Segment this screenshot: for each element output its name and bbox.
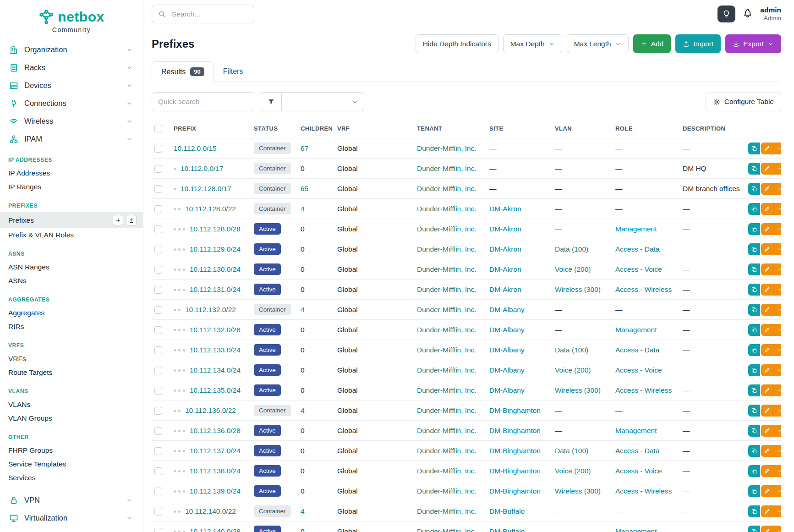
edit-dropdown-button[interactable] — [773, 143, 781, 154]
edit-dropdown-button[interactable] — [773, 384, 781, 396]
row-checkbox[interactable] — [154, 367, 162, 374]
copy-prefix-button[interactable] — [748, 243, 760, 255]
sidebar-group-devices[interactable]: Devices — [0, 77, 143, 94]
user-menu[interactable]: admin Admin — [760, 6, 781, 22]
tenant-link[interactable]: Dunder-Mifflin, Inc. — [417, 346, 476, 354]
configure-table-button[interactable]: Configure Table — [706, 93, 781, 111]
sidebar-item-vlan-groups[interactable]: VLAN Groups — [0, 411, 143, 425]
edit-prefix-button[interactable] — [761, 203, 773, 215]
row-checkbox[interactable] — [154, 165, 162, 173]
edit-prefix-button[interactable] — [761, 304, 773, 316]
site-link[interactable]: DM-Akron — [489, 225, 521, 233]
row-checkbox[interactable] — [154, 225, 162, 233]
prefix-link[interactable]: 10.112.137.0/24 — [190, 447, 241, 455]
copy-prefix-button[interactable] — [748, 324, 760, 336]
prefix-link[interactable]: 10.112.128.0/17 — [181, 185, 231, 192]
prefix-link[interactable]: 10.112.130.0/24 — [190, 265, 241, 273]
sidebar-item-rirs[interactable]: RIRs — [0, 320, 143, 334]
sidebar-group-circuits[interactable]: Circuits — [0, 527, 143, 532]
children-count-link[interactable]: 4 — [301, 205, 305, 213]
edit-dropdown-button[interactable] — [773, 304, 781, 316]
prefix-link[interactable]: 10.112.132.0/22 — [185, 306, 236, 313]
role-link[interactable]: Access - Voice — [615, 265, 662, 273]
row-checkbox[interactable] — [154, 407, 162, 415]
copy-prefix-button[interactable] — [748, 505, 760, 517]
row-checkbox[interactable] — [154, 185, 162, 193]
tenant-link[interactable]: Dunder-Mifflin, Inc. — [417, 487, 476, 495]
tenant-link[interactable]: Dunder-Mifflin, Inc. — [417, 165, 476, 172]
prefix-link[interactable]: 10.112.139.0/24 — [190, 487, 241, 495]
edit-dropdown-button[interactable] — [773, 485, 781, 497]
row-checkbox[interactable] — [154, 346, 162, 354]
prefix-link[interactable]: 10.112.133.0/24 — [190, 346, 241, 354]
row-checkbox[interactable] — [154, 447, 162, 455]
edit-prefix-button[interactable] — [761, 405, 773, 417]
tenant-link[interactable]: Dunder-Mifflin, Inc. — [417, 144, 476, 152]
edit-dropdown-button[interactable] — [773, 526, 781, 532]
edit-dropdown-button[interactable] — [773, 344, 781, 356]
edit-dropdown-button[interactable] — [773, 405, 781, 417]
column-header-vrf[interactable]: VRF — [333, 119, 412, 138]
site-link[interactable]: DM-Albany — [489, 346, 525, 354]
edit-prefix-button[interactable] — [761, 425, 773, 437]
copy-prefix-button[interactable] — [748, 284, 760, 296]
export-dropdown-button[interactable]: Export — [725, 34, 781, 53]
tab-results[interactable]: Results 90 — [152, 61, 214, 82]
sidebar-item-services[interactable]: Services — [0, 471, 143, 485]
select-all-checkbox[interactable] — [154, 125, 162, 132]
edit-dropdown-button[interactable] — [773, 183, 781, 195]
site-link[interactable]: DM-Akron — [489, 265, 521, 273]
edit-dropdown-button[interactable] — [773, 263, 781, 275]
column-header-prefix[interactable]: PREFIX — [169, 119, 249, 138]
sidebar-item-prefixes[interactable]: Prefixes — [0, 212, 143, 228]
sidebar-group-ipam[interactable]: IPAM — [0, 130, 143, 148]
row-checkbox[interactable] — [154, 528, 162, 532]
copy-prefix-button[interactable] — [748, 143, 760, 154]
role-link[interactable]: Access - Data — [615, 245, 659, 253]
tenant-link[interactable]: Dunder-Mifflin, Inc. — [417, 386, 476, 394]
sidebar-item-prefix-vlan-roles[interactable]: Prefix & VLAN Roles — [0, 228, 143, 242]
edit-prefix-button[interactable] — [761, 364, 773, 376]
edit-dropdown-button[interactable] — [773, 324, 781, 336]
edit-dropdown-button[interactable] — [773, 284, 781, 296]
sidebar-group-connections[interactable]: Connections — [0, 94, 143, 112]
edit-prefix-button[interactable] — [761, 505, 773, 517]
edit-prefix-button[interactable] — [761, 344, 773, 356]
edit-dropdown-button[interactable] — [773, 203, 781, 215]
edit-dropdown-button[interactable] — [773, 505, 781, 517]
site-link[interactable]: DM-Buffalo — [489, 507, 525, 515]
sidebar-item-ip-addresses[interactable]: IP Addresses — [0, 166, 143, 180]
sidebar-item-asn-ranges[interactable]: ASN Ranges — [0, 260, 143, 274]
edit-dropdown-button[interactable] — [773, 445, 781, 457]
tenant-link[interactable]: Dunder-Mifflin, Inc. — [417, 185, 476, 192]
site-link[interactable]: DM-Buffalo — [489, 527, 525, 532]
column-header-site[interactable]: SITE — [485, 119, 550, 138]
copy-prefix-button[interactable] — [748, 405, 760, 417]
children-count-link[interactable]: 67 — [301, 144, 308, 152]
sidebar-item-ip-ranges[interactable]: IP Ranges — [0, 180, 143, 194]
prefix-link[interactable]: 10.112.140.0/22 — [185, 507, 236, 515]
copy-prefix-button[interactable] — [748, 445, 760, 457]
tab-filters[interactable]: Filters — [214, 61, 252, 82]
tenant-link[interactable]: Dunder-Mifflin, Inc. — [417, 427, 476, 434]
row-checkbox[interactable] — [154, 467, 162, 475]
row-checkbox[interactable] — [154, 508, 162, 516]
row-checkbox[interactable] — [154, 286, 162, 294]
site-link[interactable]: DM-Albany — [489, 386, 525, 394]
row-checkbox[interactable] — [154, 427, 162, 435]
edit-dropdown-button[interactable] — [773, 425, 781, 437]
site-link[interactable]: DM-Binghamton — [489, 406, 541, 414]
filter-button[interactable] — [261, 92, 282, 111]
copy-prefix-button[interactable] — [748, 223, 760, 235]
vlan-link[interactable]: Voice (200) — [555, 366, 591, 374]
role-link[interactable]: Access - Voice — [615, 467, 662, 475]
saved-filter-select[interactable] — [282, 92, 364, 111]
sidebar-item-fhrp-groups[interactable]: FHRP Groups — [0, 444, 143, 457]
sidebar-item-asns[interactable]: ASNs — [0, 274, 143, 288]
sidebar-group-virtualization[interactable]: Virtualization — [0, 509, 143, 527]
edit-prefix-button[interactable] — [761, 526, 773, 532]
column-header-status[interactable]: STATUS — [249, 119, 296, 138]
vlan-link[interactable]: Data (100) — [555, 447, 588, 455]
copy-prefix-button[interactable] — [748, 163, 760, 175]
sidebar-item-route-targets[interactable]: Route Targets — [0, 366, 143, 379]
